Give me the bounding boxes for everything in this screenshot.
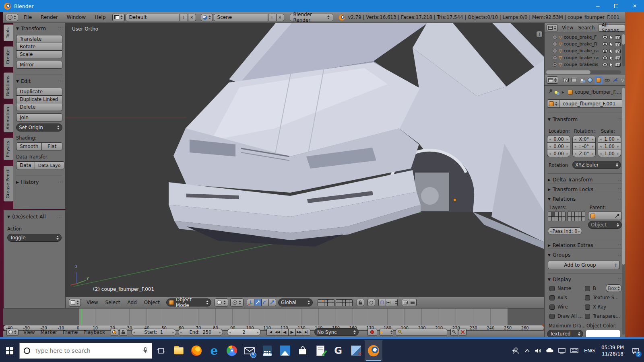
panel-grip-icon[interactable]: ∷∷ <box>58 180 62 184</box>
pass-index-field[interactable]: ◂Pass Ind: 0▸ <box>548 227 582 235</box>
selectability-cursor-icon[interactable] <box>609 49 613 53</box>
transform-orientation-select[interactable]: Global <box>278 298 313 306</box>
outliner-item-name[interactable]: coupe_brake_R <box>564 41 601 47</box>
viewport-menu-select[interactable]: Select <box>105 300 120 305</box>
taskbar-blender-icon[interactable] <box>365 340 382 361</box>
outliner-menu-search[interactable]: Search <box>578 25 594 31</box>
viewport-3d[interactable]: z y User Ortho (2) coupe_fbumper_F.001 + <box>66 23 544 297</box>
set-origin-select[interactable]: Set Origin <box>16 123 62 132</box>
scale-x-field[interactable]: ◂1.00▸ <box>598 135 621 143</box>
pin-icon[interactable] <box>548 89 553 95</box>
snap-element-select[interactable]: |◂▸| <box>386 299 398 306</box>
timeline-menu-view[interactable]: View <box>23 329 35 335</box>
add-to-group-plus-button[interactable]: + <box>612 261 620 269</box>
expand-icon[interactable]: + <box>553 49 557 53</box>
tab-world[interactable] <box>586 76 594 84</box>
action-center-icon[interactable]: 5 <box>627 339 644 362</box>
display-name-checkbox[interactable]: Name <box>549 286 571 291</box>
render-opengl-image-button[interactable] <box>402 299 409 306</box>
groups-header[interactable]: ▼Groups ∷∷ <box>548 249 622 258</box>
language-indicator[interactable]: ENG <box>581 348 598 354</box>
outliner-item[interactable]: + ▽ coupe_brake_R <box>545 41 625 47</box>
scene-add-button[interactable]: + <box>268 14 276 21</box>
region-expand-button[interactable]: + <box>536 31 543 37</box>
expand-icon[interactable]: + <box>553 35 557 39</box>
rot-x-field[interactable]: ◂X:0°▸ <box>572 135 596 143</box>
show-seconds-toggle[interactable] <box>111 329 118 336</box>
info-editor-type-button[interactable]: i <box>6 14 18 21</box>
outliner-display-mode[interactable]: All Scenes <box>598 24 625 32</box>
viewport-menu-add[interactable]: Add <box>128 300 137 305</box>
timeline-menu-playback[interactable]: Playback <box>83 329 105 335</box>
menu-render[interactable]: Render <box>41 14 58 20</box>
outliner-hscrollbar[interactable] <box>546 70 621 74</box>
screen-layout-field[interactable]: Default <box>126 14 180 21</box>
loc-y-field[interactable]: ◂0.00▸ <box>547 142 570 150</box>
snap-toggle[interactable] <box>378 299 386 306</box>
join-button[interactable]: Join <box>16 113 62 121</box>
viewport-menu-object[interactable]: Object <box>144 300 160 305</box>
selectability-cursor-icon[interactable] <box>609 35 613 40</box>
transform-props-header[interactable]: ▼ Transform ∷∷ <box>548 113 622 122</box>
taskbar-g-app-icon[interactable]: G <box>329 340 347 361</box>
screen-layout-icon-button[interactable] <box>112 14 125 21</box>
visibility-eye-icon[interactable] <box>602 56 608 60</box>
layers-widget-b[interactable] <box>336 299 353 306</box>
manipulator-scale-toggle[interactable] <box>268 299 276 306</box>
tab-animation[interactable]: Animation <box>4 104 13 132</box>
renderability-camera-icon[interactable] <box>615 35 621 39</box>
touch-keyboard-icon[interactable] <box>568 339 581 362</box>
taskbar-edge-icon[interactable]: e <box>205 340 223 361</box>
menu-file[interactable]: File <box>24 14 32 20</box>
tab-constraints[interactable] <box>603 76 611 84</box>
tab-scene[interactable] <box>578 76 586 84</box>
car-model[interactable] <box>66 23 544 297</box>
max-draw-type-select[interactable]: Textured <box>547 330 583 338</box>
translate-button[interactable]: Translate <box>16 35 62 43</box>
rotation-mode-select[interactable]: XYZ Euler <box>572 161 621 169</box>
render-engine-select[interactable]: Blender Render <box>290 14 333 21</box>
panel-grip-icon[interactable]: ∷∷ <box>58 79 62 83</box>
lock-time-toggle[interactable] <box>120 329 127 336</box>
auto-keyframe-record-button[interactable] <box>367 329 377 336</box>
taskbar-notes-app-icon[interactable] <box>312 340 329 361</box>
viewport-editor-type-button[interactable] <box>69 299 81 306</box>
scene-field[interactable]: Scene <box>214 14 268 21</box>
display-axis-checkbox[interactable]: Axis <box>549 295 567 300</box>
viewport-menu-view[interactable]: View <box>87 300 98 305</box>
task-view-button[interactable] <box>152 339 170 362</box>
taskbar-calculator-icon[interactable] <box>258 340 276 361</box>
parent-field[interactable] <box>588 212 622 220</box>
taskbar-photo-viewer-icon[interactable]: ✕ <box>347 340 365 361</box>
scene-icon-button[interactable] <box>201 14 213 21</box>
outliner-item-name[interactable]: coupe_brake_ra <box>564 55 601 60</box>
tab-modifiers[interactable] <box>611 76 619 84</box>
delete-button[interactable]: Delete <box>16 103 62 111</box>
menu-window[interactable]: Window <box>67 14 86 20</box>
taskbar-explorer-icon[interactable] <box>170 340 188 361</box>
deselect-panel-header[interactable]: ▼ (De)select All ∷∷ <box>7 214 62 220</box>
pivot-point-select[interactable] <box>230 298 244 306</box>
rot-y-field[interactable]: ◂: -0°▸ <box>572 142 596 150</box>
display-texture-space-checkbox[interactable]: Texture S... <box>585 295 619 300</box>
properties-vscrollbar[interactable] <box>622 88 625 335</box>
mode-select[interactable]: Object Mode <box>166 298 211 306</box>
duplicate-button[interactable]: Duplicate <box>16 88 62 96</box>
manipulator-axes-toggle[interactable] <box>247 299 254 306</box>
layers-widget-a[interactable] <box>318 299 334 306</box>
outliner-item[interactable]: + ▽ coupe_brake_F <box>545 34 625 41</box>
selectability-cursor-icon[interactable] <box>609 62 613 67</box>
shade-smooth-button[interactable]: Smooth <box>16 142 42 150</box>
panel-grip-icon[interactable]: ∷∷ <box>58 26 62 31</box>
renderability-camera-icon[interactable] <box>615 63 621 67</box>
start-frame-field[interactable]: ◂Start: 1▸ <box>131 329 176 336</box>
display-bounds-checkbox[interactable]: B <box>585 286 596 291</box>
visibility-eye-icon[interactable] <box>602 49 608 53</box>
keying-set-select[interactable]: ◆ <box>380 329 393 336</box>
current-frame-marker[interactable] <box>81 309 82 325</box>
panel-grip-icon[interactable]: ∷∷ <box>617 117 622 121</box>
outliner-item[interactable]: + ▽ coupe_brake_ra <box>545 47 625 54</box>
scale-button[interactable]: Scale <box>16 50 62 58</box>
display-xray-checkbox[interactable]: X-Ray <box>585 304 606 310</box>
search-box[interactable] <box>19 343 152 359</box>
